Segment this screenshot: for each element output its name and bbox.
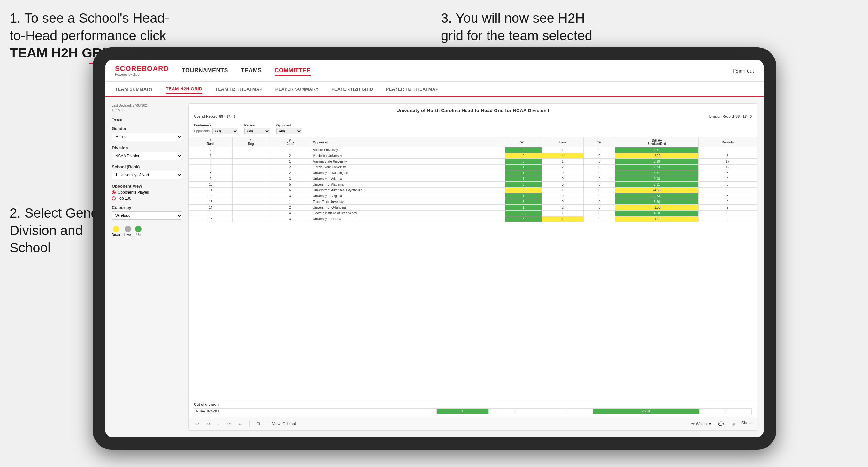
table-row: 4 1 Arizona State University 5 1 0 2.29 … xyxy=(189,159,757,164)
sub-nav-team-h2h-heatmap[interactable]: TEAM H2H HEATMAP xyxy=(215,85,262,93)
cell-conf: 2 xyxy=(269,164,311,170)
sub-nav-player-h2h-heatmap[interactable]: PLAYER H2H HEATMAP xyxy=(386,85,439,93)
undo-button[interactable]: ↩ xyxy=(194,421,200,427)
cell-opponent: University of Oklahoma xyxy=(311,205,505,211)
chat-button[interactable]: 💬 xyxy=(717,421,725,427)
nav-committee[interactable]: COMMITTEE xyxy=(275,65,311,76)
cell-reg xyxy=(232,193,269,199)
sub-nav-player-summary[interactable]: PLAYER SUMMARY xyxy=(275,85,318,93)
cell-tie: 0 xyxy=(584,211,615,216)
redo-button[interactable]: ↪ xyxy=(206,421,212,427)
radio-opponents-played[interactable]: Opponents Played xyxy=(112,190,182,194)
overall-record: Overall Record: 89 - 17 - 0 xyxy=(194,114,236,118)
sub-nav-player-h2h-grid[interactable]: PLAYER H2H GRID xyxy=(331,85,373,93)
cell-diff: 9.00 xyxy=(615,176,699,182)
cell-rounds: 3 xyxy=(699,187,756,193)
cell-conf: 2 xyxy=(269,170,311,176)
col-loss: Loss xyxy=(541,137,584,147)
opponent-filter: Opponent (All) xyxy=(276,124,302,134)
cell-reg xyxy=(232,216,269,222)
watch-button[interactable]: 👁 Watch ▼ xyxy=(691,421,712,427)
view-original-button[interactable]: View: Original xyxy=(272,422,296,426)
cell-conf: 6 xyxy=(269,187,311,193)
cell-opponent: University of Arkansas, Fayetteville xyxy=(311,187,505,193)
nav-tournaments[interactable]: TOURNAMENTS xyxy=(182,65,228,76)
nav-teams[interactable]: TEAMS xyxy=(241,65,262,76)
cell-rank: 6 xyxy=(189,164,232,170)
cell-rank: 8 xyxy=(189,170,232,176)
grid-header: University of North Carolina Head-to-Hea… xyxy=(189,104,757,121)
col-diff: Diff AvStrokes/Rnd xyxy=(615,137,699,147)
cell-rounds: 8 xyxy=(699,153,756,159)
cell-rounds: 9 xyxy=(699,199,756,205)
opponent-select[interactable]: (All) xyxy=(276,128,302,134)
cell-opponent: University of Virginia xyxy=(311,193,505,199)
col-opponent: Opponent xyxy=(311,137,505,147)
table-body: 2 1 Auburn University 2 1 0 1.67 9 3 2 V… xyxy=(189,147,757,222)
cell-rank: 10 xyxy=(189,182,232,187)
cell-opponent: Vanderbilt University xyxy=(311,153,505,159)
refresh-button[interactable]: ⟳ xyxy=(226,421,232,427)
sub-nav-team-summary[interactable]: TEAM SUMMARY xyxy=(115,85,153,93)
conference-filter: Conference Opponents: (All) xyxy=(194,124,238,134)
cell-reg xyxy=(232,199,269,205)
gender-select[interactable]: Men's xyxy=(112,132,182,141)
col-reg: #Reg xyxy=(232,137,269,147)
cell-reg xyxy=(232,187,269,193)
region-filter: Region (All) xyxy=(244,124,270,134)
cell-tie: 0 xyxy=(584,205,615,211)
cell-tie: 0 xyxy=(584,170,615,176)
cell-tie: 0 xyxy=(584,187,615,193)
bottom-toolbar: ↩ ↪ ‹ ⟳ ⊕ ⏱ View: Original 👁 Watch ▼ 💬 ⊞ xyxy=(189,417,757,430)
cell-rounds: 9 xyxy=(699,216,756,222)
cell-conf: 3 xyxy=(269,193,311,199)
sub-nav-team-h2h-grid[interactable]: TEAM H2H GRID xyxy=(166,85,202,94)
table-row: 13 1 Texas Tech University 3 0 0 5.56 9 xyxy=(189,199,757,205)
cell-opponent: University of Florida xyxy=(311,216,505,222)
division-select[interactable]: NCAA Division I xyxy=(112,152,182,160)
step1-line1: 1. To see a School's Head- xyxy=(9,10,169,26)
out-of-div-label: Out of division xyxy=(194,403,752,406)
cell-win: 1 xyxy=(505,205,541,211)
out-div-diff: 26.00 xyxy=(593,409,699,414)
cell-rank: 3 xyxy=(189,153,232,159)
zoom-button[interactable]: ⊕ xyxy=(238,421,244,427)
cell-conf: 1 xyxy=(269,199,311,205)
conference-select[interactable]: (All) xyxy=(212,128,238,134)
cell-opponent: Arizona State University xyxy=(311,159,505,164)
region-select[interactable]: (All) xyxy=(244,128,270,134)
cell-diff: 2.33 xyxy=(615,193,699,199)
radio-top100[interactable]: Top 100 xyxy=(112,196,182,200)
school-select[interactable]: 1. University of Nort... xyxy=(112,171,182,179)
division-record: Division Record: 88 - 17 - 0 xyxy=(709,114,752,118)
division-label: Division xyxy=(112,145,182,150)
cell-reg xyxy=(232,211,269,216)
share-button[interactable]: Share xyxy=(742,421,752,427)
cell-rounds: 2 xyxy=(699,176,756,182)
step2-line2: Division and xyxy=(9,223,83,238)
cell-rounds: 12 xyxy=(699,164,756,170)
table-row: 10 5 University of Alabama 3 0 0 2.61 8 xyxy=(189,182,757,187)
legend-down: Down xyxy=(112,226,120,237)
step3-line1: 3. You will now see H2H xyxy=(441,10,585,26)
logo-area: SCOREBOARD Powered by clippi xyxy=(115,65,169,76)
colour-by-select[interactable]: Win/loss xyxy=(112,212,182,220)
colour-legend: Down Level Up xyxy=(112,226,182,237)
back-button[interactable]: ‹ xyxy=(217,421,221,427)
clock-icon: ⏱ xyxy=(255,421,261,427)
table-row: 2 1 Auburn University 2 1 0 1.67 9 xyxy=(189,147,757,153)
out-div-division: NCAA Division II xyxy=(194,409,437,414)
out-div-tie: 0 xyxy=(540,409,593,414)
cell-diff: 3.67 xyxy=(615,170,699,176)
cell-conf: 3 xyxy=(269,216,311,222)
cell-opponent: University of Washington xyxy=(311,170,505,176)
cell-win: 5 xyxy=(505,159,541,164)
team-section: Team xyxy=(112,117,182,122)
out-div-loss: 0 xyxy=(489,409,540,414)
cell-diff: 1.67 xyxy=(615,147,699,153)
cell-rounds: 9 xyxy=(699,147,756,153)
out-div-win: 1 xyxy=(436,409,489,414)
sign-out-button[interactable]: | Sign out xyxy=(733,68,754,74)
cell-rounds: 3 xyxy=(699,193,756,199)
nav-items: TOURNAMENTS TEAMS COMMITTEE xyxy=(182,65,733,76)
